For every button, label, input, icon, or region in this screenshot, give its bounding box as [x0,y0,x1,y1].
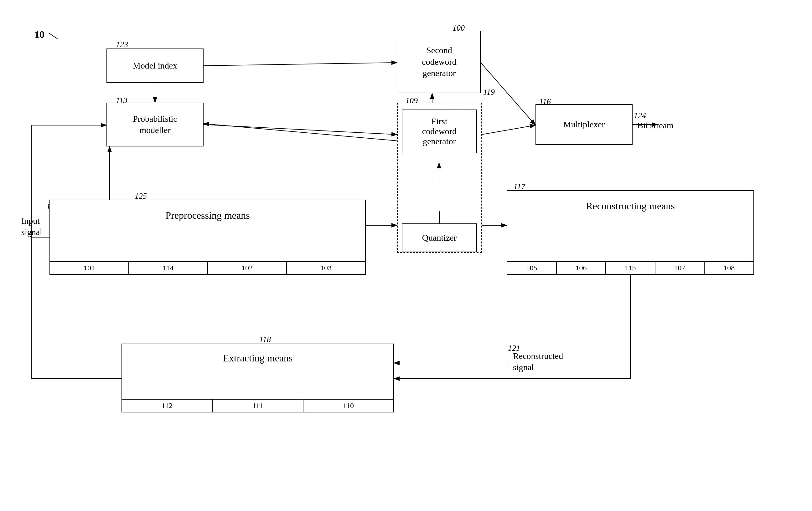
sub-cell-107: 107 [656,262,705,274]
sub-cell-101: 101 [50,262,129,274]
svg-line-4 [482,125,535,134]
main-ref-label: 10 [34,29,45,40]
model-index-label: Model index [130,60,180,71]
sub-cell-103: 103 [287,262,365,274]
second-codeword-box: Secondcodewordgenerator [398,31,481,93]
sub-cell-112: 112 [122,400,213,412]
probabilistic-modeller-label: Probabilisticmodeller [130,113,180,136]
extracting-box: Extracting means 112 111 110 [121,343,394,413]
sub-cell-102: 102 [208,262,287,274]
svg-line-2 [204,63,397,66]
reconstructing-box: Reconstructing means 105 106 115 107 108 [507,190,754,275]
ref-119: 119 [483,88,495,97]
quantizer-label: Quantizer [422,233,457,242]
bit-stream-label: Bit stream [637,120,674,130]
sub-cell-114: 114 [129,262,208,274]
reconstructing-label: Reconstructing means [583,200,677,213]
ref-124: 124 [634,111,646,120]
reconstructed-signal-label: Reconstructedsignal [513,351,563,373]
sub-cell-115: 115 [606,262,656,274]
ref-123: 123 [116,40,128,50]
svg-line-6 [204,124,397,141]
probabilistic-modeller-box: Probabilisticmodeller [107,102,204,146]
sub-cell-111: 111 [213,400,303,412]
preprocessing-box: Preprocessing means 101 114 102 103 [50,200,366,275]
multiplexer-box: Multiplexer [535,104,633,145]
svg-line-21 [204,124,397,134]
model-index-box: Model index [107,49,204,83]
sub-cell-110: 110 [303,400,393,412]
multiplexer-label: Multiplexer [561,119,607,130]
first-codeword-label: Firstcodewordgenerator [422,116,457,146]
input-signal-label: Inputsignal [21,215,42,238]
ref-118: 118 [259,335,271,344]
sub-cell-106: 106 [557,262,606,274]
sub-cell-105: 105 [507,262,557,274]
sub-cell-108: 108 [704,262,753,274]
preprocessing-label: Preprocessing means [163,209,252,222]
first-codeword-box: Firstcodewordgenerator Quantizer [397,102,482,253]
diagram: 10 123 100 119 113 109 116 124 Bit strea… [0,0,812,511]
extracting-label: Extracting means [220,352,295,365]
second-codeword-label: Secondcodewordgenerator [419,45,459,79]
